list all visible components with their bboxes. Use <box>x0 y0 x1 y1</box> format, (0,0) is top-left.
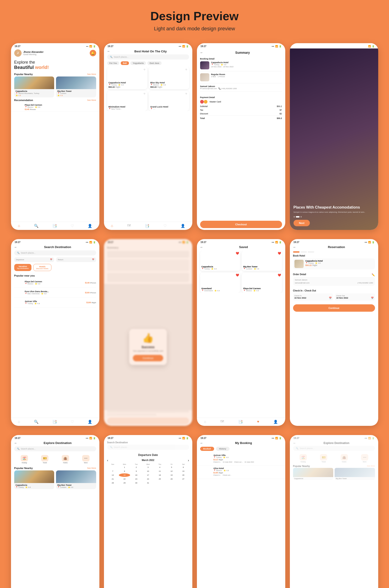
nav7-home[interactable]: ⌂ <box>204 420 206 424</box>
see-more-9[interactable]: See More <box>87 467 96 469</box>
cat-hotels[interactable]: 🏨 Hotels <box>62 455 69 464</box>
cal-22[interactable]: 22 <box>119 477 130 481</box>
next-button[interactable]: Next <box>293 220 310 226</box>
cat-ticket[interactable]: 🎫 Ticket <box>41 455 48 464</box>
nav7-bookmark[interactable]: 📑 <box>238 420 243 424</box>
back-arrow-11[interactable]: ← <box>200 441 203 445</box>
cal-31[interactable]: 31 <box>142 481 154 485</box>
nav5-bookmark[interactable]: 📑 <box>52 420 57 424</box>
cal-6[interactable]: 6 <box>178 466 189 469</box>
cal-20[interactable]: 20 <box>178 473 189 477</box>
cal-2[interactable]: 2 <box>130 466 142 469</box>
saved-bigben[interactable]: ❤️ Big Ben Tower 📍 London ⭐ 4.8 <box>242 251 282 271</box>
recommendation-playa[interactable]: Playa Del Carmen 📍 Mexico ⭐ 4.8 $148 /Pe… <box>11 103 99 112</box>
chip-hotels[interactable]: Hotels Discover Hotels <box>33 264 51 271</box>
nav2-home[interactable]: ⌂ <box>111 224 113 228</box>
cal-26[interactable]: 26 <box>166 477 177 481</box>
cal-17[interactable]: 17 <box>142 473 154 477</box>
nav7-heart[interactable]: ♥ <box>257 420 259 424</box>
cal-18[interactable]: 18 <box>154 473 165 477</box>
nav-search[interactable]: 🔍 <box>34 224 38 228</box>
heart-cappadocia[interactable]: ♡ <box>142 68 146 72</box>
cal-19[interactable]: 19 <box>166 473 177 477</box>
cal-25[interactable]: 25 <box>154 477 165 481</box>
nav5-home[interactable]: ⌂ <box>18 420 20 424</box>
nav5-heart[interactable]: ♡ <box>71 420 74 424</box>
checkin-field[interactable]: Check In 16 Nov 2022 📅 <box>293 293 333 301</box>
hotel-grand-lucio[interactable]: ♡ Grand Lucio Hotel 📍 .... <box>149 91 189 111</box>
cal-7[interactable]: 7 <box>107 470 118 473</box>
back-arrow-7[interactable]: ← <box>200 245 203 249</box>
nav-bookmark[interactable]: 📑 <box>52 224 57 228</box>
cal-15-selected[interactable]: 15 <box>119 473 130 477</box>
hotel-search-bar[interactable]: 🔍 Search places... <box>107 54 189 60</box>
saved-greenland[interactable]: ❤️ Greenland 📍 Greenland ⭐ 4.8 <box>200 273 240 293</box>
heart-minimalizm[interactable]: ♡ <box>142 92 146 96</box>
chip-vacation[interactable]: Vacation Top destination <box>14 264 32 271</box>
checkout-field[interactable]: Check Out 18 Nov 2022 📅 <box>335 293 375 301</box>
search-bar-9[interactable]: 🔍 Search places... <box>14 446 96 451</box>
cal-next-btn[interactable]: › <box>188 458 189 462</box>
heart-filled-cap[interactable]: ❤️ <box>236 252 239 255</box>
hotel-cappadocia[interactable]: ♡ Cappadocia Hotel 📍 Turkey ⭐ 4.8 $50.22… <box>107 67 147 89</box>
cal-prev-btn[interactable]: ‹ <box>107 458 108 462</box>
nav5-profile[interactable]: 👤 <box>88 420 92 424</box>
cal-30[interactable]: 30 <box>130 481 142 485</box>
checkout-button[interactable]: Checkout <box>200 221 282 228</box>
heart-filled-playa[interactable]: ❤️ <box>278 274 281 277</box>
place-cap-9[interactable]: Cappadocia 📍 Turkey ⭐ 4.8 <box>14 470 54 489</box>
saved-playa[interactable]: ❤️ Playa Del Carmen 📍 Mexico ⭐ 4.8 <box>242 273 282 293</box>
heart-filled-big[interactable]: ❤️ <box>278 252 281 255</box>
cal-23[interactable]: 23 <box>130 477 142 481</box>
filter-bali[interactable]: Bali <box>121 61 129 65</box>
cal-11[interactable]: 11 <box>154 470 165 473</box>
popular-pura[interactable]: Pura Ulun Danu Berata... 📍 Bali, Indones… <box>14 288 96 298</box>
nav-profile[interactable]: 👤 <box>88 224 92 228</box>
nav7-map[interactable]: 🗺 <box>220 420 224 424</box>
continue-button[interactable]: Continue <box>133 355 163 361</box>
heart-filled-green[interactable]: ❤️ <box>236 274 239 277</box>
cal-12[interactable]: 12 <box>166 470 177 473</box>
nav-home[interactable]: ⌂ <box>18 224 20 228</box>
return-input[interactable]: Return 📅 <box>56 257 96 262</box>
filter-yogyakarta[interactable]: Yogyakarta <box>130 61 146 65</box>
cal-1[interactable]: 1 <box>119 466 130 469</box>
filter-for-you[interactable]: For You <box>107 61 119 65</box>
popular-jezican[interactable]: Jezican Villa 📍 Turkey ⭐ 4.8 $169 /Night <box>14 298 96 308</box>
booking-aliza[interactable]: Aliza Hotel 📍 Mexico ⭐ 4.8 $148 /Night C… <box>197 466 285 479</box>
filter-east-java[interactable]: East Java <box>147 61 162 65</box>
edit-icon[interactable]: ✏️ <box>372 273 375 277</box>
back-arrow-9[interactable]: ← <box>14 441 17 445</box>
nav2-profile[interactable]: 👤 <box>181 224 185 228</box>
heart-grand-lucio[interactable]: ♡ <box>185 92 188 96</box>
cal-16[interactable]: 16 <box>130 473 142 477</box>
cal-9[interactable]: 9 <box>130 470 142 473</box>
rec-see-more[interactable]: See More <box>87 99 96 101</box>
cal-21[interactable]: 21 <box>107 477 118 481</box>
back-arrow-8[interactable]: ← <box>293 245 296 249</box>
cat-holiday[interactable]: 🏖️ Holiday <box>21 455 28 464</box>
cal-13[interactable]: 13 <box>178 470 189 473</box>
heart-blue-sky[interactable]: ♡ <box>185 68 188 72</box>
cal-14[interactable]: 14 <box>107 473 118 477</box>
back-arrow-3[interactable]: ← <box>200 51 203 54</box>
search-bar-5[interactable]: 🔍 Search places... <box>14 250 96 256</box>
saved-cappadocia[interactable]: ❤️ Cappadocia 📍 Turkey ⭐ 4.8 <box>200 251 240 271</box>
cal-10[interactable]: 10 <box>142 470 154 473</box>
place-big-9[interactable]: Big Ben Tower 📍 London ⭐ 4.8 <box>56 470 96 489</box>
nav5-search[interactable]: 🔍 <box>34 420 38 424</box>
cal-28[interactable]: 28 <box>107 481 118 485</box>
see-more-link[interactable]: See More <box>87 73 96 75</box>
cal-29[interactable]: 29 <box>119 481 130 485</box>
notification-bell[interactable]: 🔔 <box>90 50 96 56</box>
place-card-bigben[interactable]: Big Ben Tower 📍 London ⭐ 4.8 <box>56 76 96 97</box>
nav2-map[interactable]: 🗺 <box>127 224 131 228</box>
cal-8[interactable]: 8 <box>119 470 130 473</box>
hotel-blue-sky[interactable]: ♡ Blue Sky Hotel 📍 Mexico ⭐ 4.8 $50.22 /… <box>149 67 189 89</box>
tab-history[interactable]: History <box>216 447 229 451</box>
back-arrow-5[interactable]: ← <box>14 245 17 249</box>
hotel-minimalizm[interactable]: ♡ Minimalizm Hotel 📍 New Trend... <box>107 91 147 111</box>
cal-3[interactable]: 3 <box>142 466 154 469</box>
booking-jezican[interactable]: Jezican Villa 📍 Turkey ⭐ 4.8 $112 /Night… <box>197 453 285 466</box>
back-arrow-2[interactable]: ← <box>107 49 110 53</box>
